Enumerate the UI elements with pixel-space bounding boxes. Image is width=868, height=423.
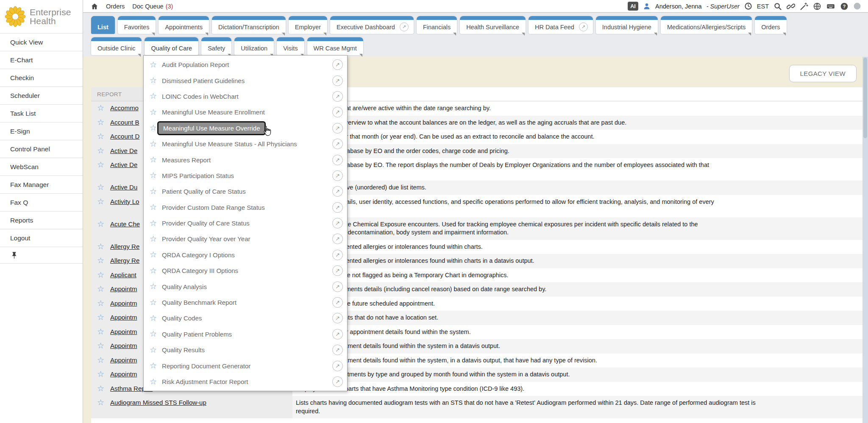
favorite-star-icon[interactable]: ☆ xyxy=(150,378,157,386)
tab[interactable]: Visits ↗ xyxy=(277,37,304,55)
menu-item[interactable]: ☆ Audit Population Report ↗ xyxy=(144,57,347,72)
open-report-icon[interactable]: ↗ xyxy=(332,59,343,70)
open-report-icon[interactable]: ↗ xyxy=(332,297,343,308)
open-report-icon[interactable]: ↗ xyxy=(332,234,343,244)
legacy-view-button[interactable]: LEGACY VIEW xyxy=(789,65,857,82)
menu-item[interactable]: ☆ Risk Adjustment Factor Report ↗ xyxy=(144,374,347,390)
menu-item[interactable]: ☆ Patient Quality of Care Status ↗ xyxy=(144,184,347,199)
favorite-star-icon[interactable]: ☆ xyxy=(150,219,157,228)
favorite-star-icon[interactable]: ☆ xyxy=(150,314,157,323)
report-link[interactable]: Accommo xyxy=(110,104,139,112)
scrollbar-thumb[interactable] xyxy=(863,58,867,138)
tab[interactable]: Appointments ↗ xyxy=(159,16,209,34)
favorite-star-icon[interactable]: ☆ xyxy=(97,271,104,279)
menu-item[interactable]: ☆ Provider Quality Year over Year ↗ xyxy=(144,231,347,247)
report-link[interactable]: Active Du xyxy=(110,183,137,192)
favorite-star-icon[interactable]: ☆ xyxy=(97,183,104,192)
favorite-star-icon[interactable]: ☆ xyxy=(97,147,104,155)
favorite-star-icon[interactable]: ☆ xyxy=(97,161,104,169)
open-report-icon[interactable]: ↗ xyxy=(332,75,343,86)
tab[interactable]: List ↗ xyxy=(91,16,115,34)
menu-item[interactable]: ☆ Quality Codes ↗ xyxy=(144,310,347,326)
favorite-star-icon[interactable]: ☆ xyxy=(97,356,104,365)
open-report-icon[interactable]: ↗ xyxy=(332,329,343,340)
clock-icon[interactable] xyxy=(744,2,752,10)
keyboard-icon[interactable] xyxy=(826,2,835,11)
favorite-star-icon[interactable]: ☆ xyxy=(97,313,104,322)
open-report-icon[interactable]: ↗ xyxy=(332,281,343,292)
sidebar-item[interactable]: Reports xyxy=(0,211,83,229)
menu-item[interactable]: ☆ QRDA Category I Options ↗ xyxy=(144,247,347,263)
user-name[interactable]: Anderson, Jenna xyxy=(655,3,702,10)
menu-item[interactable]: ☆ Quality Analysis ↗ xyxy=(144,278,347,294)
tab[interactable]: Quality of Care ↗ xyxy=(145,37,198,55)
open-report-icon[interactable]: ↗ xyxy=(332,91,343,102)
breadcrumb-item[interactable]: Orders xyxy=(106,3,125,10)
report-link[interactable]: Active De xyxy=(110,161,137,169)
report-link[interactable]: Allergy Re xyxy=(110,256,139,265)
favorite-star-icon[interactable]: ☆ xyxy=(97,256,104,265)
report-link[interactable]: Appointm xyxy=(110,356,137,365)
open-report-icon[interactable]: ↗ xyxy=(332,218,343,228)
favorite-star-icon[interactable]: ☆ xyxy=(150,124,157,132)
report-link[interactable]: Appointm xyxy=(110,299,137,308)
sidebar-item[interactable]: Fax Manager xyxy=(0,175,83,193)
open-report-icon[interactable]: ↗ xyxy=(332,186,343,197)
breadcrumb-item[interactable]: Doc Queue (3) xyxy=(132,3,173,10)
favorite-star-icon[interactable]: ☆ xyxy=(150,250,157,259)
menu-item[interactable]: ☆ Quality Results ↗ xyxy=(144,342,347,358)
favorite-star-icon[interactable]: ☆ xyxy=(97,398,104,407)
favorite-star-icon[interactable]: ☆ xyxy=(150,203,157,212)
vertical-scrollbar[interactable] xyxy=(862,57,868,423)
menu-item[interactable]: ☆ LOINC Codes in WebChart ↗ xyxy=(144,89,347,104)
menu-item[interactable]: ☆ Dismissed Patient Guidelines ↗ xyxy=(144,72,347,88)
menu-item[interactable]: ☆ Quality Patient Problems ↗ xyxy=(144,326,347,342)
favorite-star-icon[interactable]: ☆ xyxy=(97,104,104,112)
menu-item[interactable]: ☆ Provider Custom Date Range Status ↗ xyxy=(144,200,347,215)
favorite-star-icon[interactable]: ☆ xyxy=(97,285,104,293)
favorite-star-icon[interactable]: ☆ xyxy=(150,346,157,354)
favorite-star-icon[interactable]: ☆ xyxy=(150,76,157,85)
open-report-icon[interactable]: ↗ xyxy=(332,345,343,355)
favorite-star-icon[interactable]: ☆ xyxy=(150,298,157,307)
favorite-star-icon[interactable]: ☆ xyxy=(150,267,157,275)
tab[interactable]: Financials ↗ xyxy=(417,16,457,34)
tab[interactable]: Medications/Allergies/Scripts ↗ xyxy=(661,16,752,34)
globe-icon[interactable] xyxy=(813,2,821,11)
menu-item[interactable]: ☆ Meaningful Use Measure Status - All Ph… xyxy=(144,136,347,152)
menu-item[interactable]: ☆ Measures Report ↗ xyxy=(144,152,347,167)
tab[interactable]: Health Surveillance ↗ xyxy=(460,16,526,34)
report-link[interactable]: Appointm xyxy=(110,285,137,293)
tab[interactable]: WR Case Mgmt ↗ xyxy=(307,37,363,55)
tab[interactable]: Orders ↗ xyxy=(755,16,786,34)
sidebar-item[interactable]: Task List xyxy=(0,104,83,122)
open-report-icon[interactable]: ↗ xyxy=(332,107,343,117)
tab[interactable]: Safety ↗ xyxy=(201,37,231,55)
report-link[interactable]: Appointm xyxy=(110,328,137,336)
favorite-star-icon[interactable]: ☆ xyxy=(97,299,104,308)
menu-item[interactable]: ☆ MIPS Participation Status ↗ xyxy=(144,168,347,184)
report-link[interactable]: Acute Che xyxy=(110,220,140,228)
open-report-icon[interactable]: ↗ xyxy=(332,202,343,213)
favorite-star-icon[interactable]: ☆ xyxy=(150,108,157,117)
tab[interactable]: Executive Dashboard ↗ xyxy=(330,16,414,34)
help-icon[interactable]: ? xyxy=(840,2,849,11)
wand-icon[interactable] xyxy=(800,2,808,11)
ai-badge[interactable]: AI xyxy=(628,2,638,11)
favorite-star-icon[interactable]: ☆ xyxy=(97,118,104,127)
favorite-star-icon[interactable]: ☆ xyxy=(97,370,104,378)
sidebar-item[interactable]: Logout xyxy=(0,229,83,247)
open-report-icon[interactable]: ↗ xyxy=(332,139,343,149)
favorite-star-icon[interactable]: ☆ xyxy=(150,282,157,291)
favorite-star-icon[interactable]: ☆ xyxy=(150,140,157,148)
link-icon[interactable] xyxy=(787,2,795,11)
report-link[interactable]: Allergy Re xyxy=(110,242,139,251)
sidebar-item[interactable]: Checkin xyxy=(0,69,83,86)
open-report-icon[interactable]: ↗ xyxy=(332,250,343,260)
menu-item[interactable]: ☆ Provider Quality of Care Status ↗ xyxy=(144,215,347,231)
tab[interactable]: HR Data Feed ↗ xyxy=(529,16,593,34)
open-report-icon[interactable]: ↗ xyxy=(332,155,343,165)
report-link[interactable]: Appointm xyxy=(110,313,137,322)
favorite-star-icon[interactable]: ☆ xyxy=(97,342,104,350)
menu-item[interactable]: ☆ Meaningful Use Measure Enrollment ↗ xyxy=(144,104,347,120)
